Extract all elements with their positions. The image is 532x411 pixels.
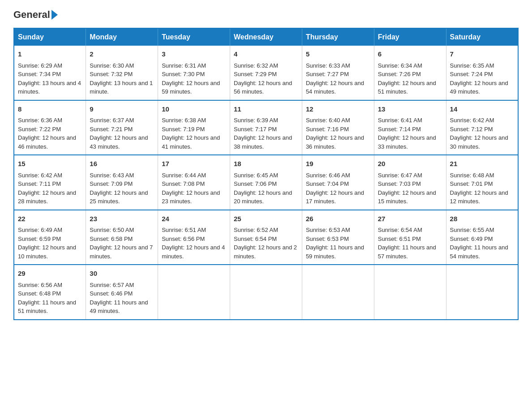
day-info: Sunrise: 6:32 AMSunset: 7:29 PMDaylight:…: [234, 62, 292, 95]
calendar-cell: 4Sunrise: 6:32 AMSunset: 7:29 PMDaylight…: [230, 46, 302, 100]
day-info: Sunrise: 6:48 AMSunset: 7:01 PMDaylight:…: [450, 172, 508, 205]
day-number: 25: [234, 214, 298, 224]
day-number: 4: [234, 49, 298, 60]
day-info: Sunrise: 6:34 AMSunset: 7:26 PMDaylight:…: [378, 62, 436, 95]
header-friday: Friday: [374, 28, 446, 46]
day-number: 18: [234, 159, 298, 169]
day-number: 12: [306, 104, 370, 115]
day-info: Sunrise: 6:53 AMSunset: 6:53 PMDaylight:…: [306, 227, 364, 260]
day-info: Sunrise: 6:30 AMSunset: 7:32 PMDaylight:…: [90, 62, 153, 95]
day-number: 19: [306, 159, 370, 169]
logo-arrow-icon: [51, 10, 58, 20]
day-info: Sunrise: 6:42 AMSunset: 7:11 PMDaylight:…: [18, 172, 76, 205]
day-number: 17: [162, 159, 226, 169]
day-number: 28: [450, 214, 514, 224]
calendar-cell: 18Sunrise: 6:45 AMSunset: 7:06 PMDayligh…: [230, 155, 302, 210]
calendar-cell: 2Sunrise: 6:30 AMSunset: 7:32 PMDaylight…: [86, 46, 158, 100]
calendar-cell: 22Sunrise: 6:49 AMSunset: 6:59 PMDayligh…: [14, 210, 86, 265]
calendar-cell: 7Sunrise: 6:35 AMSunset: 7:24 PMDaylight…: [446, 46, 518, 100]
calendar-cell: 21Sunrise: 6:48 AMSunset: 7:01 PMDayligh…: [446, 155, 518, 210]
calendar-cell: 3Sunrise: 6:31 AMSunset: 7:30 PMDaylight…: [158, 46, 230, 100]
day-number: 8: [18, 104, 82, 115]
calendar-cell: 19Sunrise: 6:46 AMSunset: 7:04 PMDayligh…: [302, 155, 374, 210]
calendar-header-row: SundayMondayTuesdayWednesdayThursdayFrid…: [14, 28, 518, 46]
day-info: Sunrise: 6:52 AMSunset: 6:54 PMDaylight:…: [234, 227, 297, 260]
day-info: Sunrise: 6:36 AMSunset: 7:22 PMDaylight:…: [18, 117, 76, 150]
calendar-cell: 29Sunrise: 6:56 AMSunset: 6:48 PMDayligh…: [14, 265, 86, 320]
day-info: Sunrise: 6:51 AMSunset: 6:56 PMDaylight:…: [162, 227, 225, 260]
page-header: General: [13, 9, 519, 19]
day-number: 14: [450, 104, 514, 115]
header-tuesday: Tuesday: [158, 28, 230, 46]
calendar-cell: 11Sunrise: 6:39 AMSunset: 7:17 PMDayligh…: [230, 100, 302, 155]
day-number: 26: [306, 214, 370, 224]
day-info: Sunrise: 6:44 AMSunset: 7:08 PMDaylight:…: [162, 172, 220, 205]
week-row-1: 1Sunrise: 6:29 AMSunset: 7:34 PMDaylight…: [14, 46, 518, 100]
day-number: 20: [378, 159, 442, 169]
calendar-cell: [230, 265, 302, 320]
day-number: 16: [90, 159, 154, 169]
calendar-table: SundayMondayTuesdayWednesdayThursdayFrid…: [13, 28, 519, 320]
calendar-cell: 17Sunrise: 6:44 AMSunset: 7:08 PMDayligh…: [158, 155, 230, 210]
day-info: Sunrise: 6:35 AMSunset: 7:24 PMDaylight:…: [450, 62, 508, 95]
day-info: Sunrise: 6:42 AMSunset: 7:12 PMDaylight:…: [450, 117, 508, 150]
calendar-cell: 16Sunrise: 6:43 AMSunset: 7:09 PMDayligh…: [86, 155, 158, 210]
calendar-cell: 9Sunrise: 6:37 AMSunset: 7:21 PMDaylight…: [86, 100, 158, 155]
day-number: 6: [378, 49, 442, 60]
day-info: Sunrise: 6:46 AMSunset: 7:04 PMDaylight:…: [306, 172, 364, 205]
day-number: 23: [90, 214, 154, 224]
calendar-cell: 15Sunrise: 6:42 AMSunset: 7:11 PMDayligh…: [14, 155, 86, 210]
week-row-5: 29Sunrise: 6:56 AMSunset: 6:48 PMDayligh…: [14, 265, 518, 320]
day-number: 13: [378, 104, 442, 115]
calendar-cell: [302, 265, 374, 320]
day-number: 2: [90, 49, 154, 60]
week-row-4: 22Sunrise: 6:49 AMSunset: 6:59 PMDayligh…: [14, 210, 518, 265]
logo-general: General: [13, 9, 50, 21]
day-number: 1: [18, 49, 82, 60]
calendar-cell: 10Sunrise: 6:38 AMSunset: 7:19 PMDayligh…: [158, 100, 230, 155]
calendar-cell: 12Sunrise: 6:40 AMSunset: 7:16 PMDayligh…: [302, 100, 374, 155]
day-number: 11: [234, 104, 298, 115]
calendar-cell: [158, 265, 230, 320]
calendar-cell: [374, 265, 446, 320]
header-saturday: Saturday: [446, 28, 518, 46]
calendar-cell: 26Sunrise: 6:53 AMSunset: 6:53 PMDayligh…: [302, 210, 374, 265]
day-number: 30: [90, 269, 154, 279]
calendar-cell: 20Sunrise: 6:47 AMSunset: 7:03 PMDayligh…: [374, 155, 446, 210]
day-info: Sunrise: 6:41 AMSunset: 7:14 PMDaylight:…: [378, 117, 436, 150]
calendar-cell: 25Sunrise: 6:52 AMSunset: 6:54 PMDayligh…: [230, 210, 302, 265]
week-row-3: 15Sunrise: 6:42 AMSunset: 7:11 PMDayligh…: [14, 155, 518, 210]
day-number: 9: [90, 104, 154, 115]
header-thursday: Thursday: [302, 28, 374, 46]
calendar-cell: 8Sunrise: 6:36 AMSunset: 7:22 PMDaylight…: [14, 100, 86, 155]
day-info: Sunrise: 6:38 AMSunset: 7:19 PMDaylight:…: [162, 117, 220, 150]
day-info: Sunrise: 6:54 AMSunset: 6:51 PMDaylight:…: [378, 227, 436, 260]
calendar-cell: 24Sunrise: 6:51 AMSunset: 6:56 PMDayligh…: [158, 210, 230, 265]
week-row-2: 8Sunrise: 6:36 AMSunset: 7:22 PMDaylight…: [14, 100, 518, 155]
day-info: Sunrise: 6:40 AMSunset: 7:16 PMDaylight:…: [306, 117, 364, 150]
day-info: Sunrise: 6:31 AMSunset: 7:30 PMDaylight:…: [162, 62, 220, 95]
day-info: Sunrise: 6:29 AMSunset: 7:34 PMDaylight:…: [18, 62, 81, 95]
day-info: Sunrise: 6:33 AMSunset: 7:27 PMDaylight:…: [306, 62, 364, 95]
day-number: 27: [378, 214, 442, 224]
day-number: 5: [306, 49, 370, 60]
day-number: 24: [162, 214, 226, 224]
day-number: 29: [18, 269, 82, 279]
day-info: Sunrise: 6:49 AMSunset: 6:59 PMDaylight:…: [18, 227, 76, 260]
header-monday: Monday: [86, 28, 158, 46]
day-info: Sunrise: 6:50 AMSunset: 6:58 PMDaylight:…: [90, 227, 153, 260]
day-number: 7: [450, 49, 514, 60]
day-info: Sunrise: 6:45 AMSunset: 7:06 PMDaylight:…: [234, 172, 292, 205]
logo: General: [13, 9, 58, 19]
day-info: Sunrise: 6:57 AMSunset: 6:46 PMDaylight:…: [90, 282, 148, 315]
header-sunday: Sunday: [14, 28, 86, 46]
day-number: 10: [162, 104, 226, 115]
day-info: Sunrise: 6:55 AMSunset: 6:49 PMDaylight:…: [450, 227, 508, 260]
calendar-cell: 13Sunrise: 6:41 AMSunset: 7:14 PMDayligh…: [374, 100, 446, 155]
calendar-cell: 23Sunrise: 6:50 AMSunset: 6:58 PMDayligh…: [86, 210, 158, 265]
day-info: Sunrise: 6:39 AMSunset: 7:17 PMDaylight:…: [234, 117, 292, 150]
header-wednesday: Wednesday: [230, 28, 302, 46]
day-number: 15: [18, 159, 82, 169]
day-number: 3: [162, 49, 226, 60]
calendar-cell: [446, 265, 518, 320]
